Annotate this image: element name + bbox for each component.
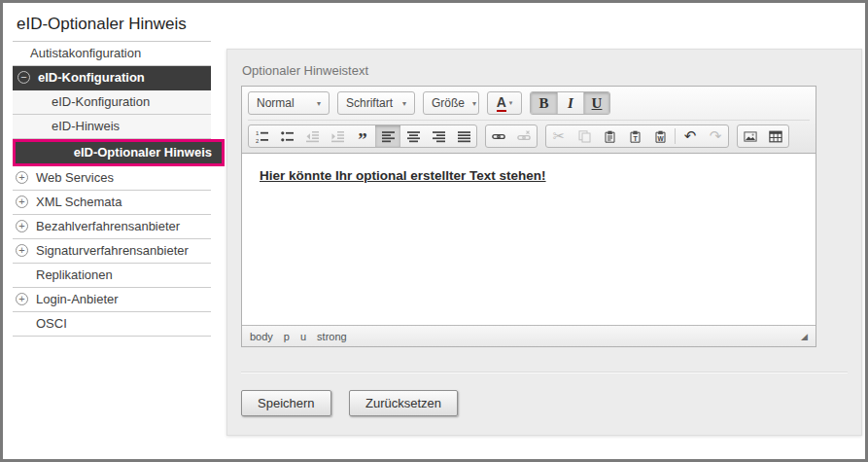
sidebar-item-label: eID-Konfiguration — [38, 70, 145, 85]
paste-button[interactable] — [597, 125, 622, 147]
chevron-down-icon: ▾ — [402, 99, 406, 108]
paragraph-group: 12 ” — [248, 124, 477, 148]
sidebar-item-eid-optionaler-hinweis-selected[interactable]: eID-Optionaler Hinweis — [13, 139, 225, 166]
insert-image-button[interactable] — [738, 125, 763, 147]
sidebar-item-label: eID-Optionaler Hinweis — [74, 145, 212, 160]
svg-text:W: W — [657, 134, 664, 141]
link-group — [485, 124, 538, 148]
collapse-minus-icon[interactable]: − — [17, 71, 30, 84]
sidebar-item-replikationen[interactable]: Replikationen — [13, 264, 211, 288]
align-right-button[interactable] — [426, 125, 451, 147]
svg-text:1: 1 — [256, 130, 260, 136]
sidebar-item-eid-konfiguration[interactable]: eID-Konfiguration — [13, 90, 211, 115]
redo-button: ↷ — [703, 125, 728, 147]
undo-button[interactable]: ↶ — [677, 125, 703, 147]
insert-link-button[interactable] — [486, 125, 511, 147]
paste-from-word-button[interactable]: W — [647, 125, 673, 147]
underline-button[interactable]: U — [583, 92, 609, 114]
decrease-indent-button — [299, 125, 325, 147]
blockquote-button[interactable]: ” — [350, 125, 375, 147]
chevron-down-icon: ▾ — [509, 99, 513, 107]
elements-path-body[interactable]: body — [250, 331, 273, 342]
align-justify-button[interactable] — [451, 125, 476, 147]
expand-plus-icon[interactable]: + — [16, 171, 28, 184]
increase-indent-button — [325, 125, 350, 147]
text-color-icon: A — [497, 95, 506, 112]
expand-plus-icon[interactable]: + — [16, 220, 28, 232]
paste-as-text-button[interactable]: T — [622, 125, 647, 147]
paragraph-format-value: Normal — [257, 96, 295, 110]
chevron-down-icon: ▾ — [317, 99, 321, 108]
font-family-value: Schriftart — [346, 96, 393, 110]
font-size-dropdown[interactable]: Größe ▾ — [423, 91, 479, 115]
expand-plus-icon[interactable]: + — [16, 195, 28, 208]
elements-path-strong[interactable]: strong — [317, 331, 347, 342]
svg-text:2: 2 — [256, 137, 260, 143]
paragraph-format-dropdown[interactable]: Normal ▾ — [248, 91, 330, 115]
reset-button[interactable]: Zurücksetzen — [349, 390, 458, 416]
elements-path-u[interactable]: u — [300, 331, 306, 342]
font-size-value: Größe — [432, 96, 465, 110]
sidebar-item-login-anbieter[interactable]: + Login-Anbieter — [13, 288, 211, 312]
text-color-button[interactable]: A ▾ — [488, 92, 521, 114]
italic-button[interactable]: I — [557, 92, 583, 114]
sidebar-item-label: Autistakonfiguration — [30, 46, 141, 60]
sidebar-item-xml-schemata[interactable]: + XML Schemata — [13, 191, 211, 215]
cut-button: ✂ — [546, 125, 572, 147]
elements-path-p[interactable]: p — [284, 331, 290, 342]
numbered-list-button[interactable]: 12 — [249, 125, 274, 147]
chevron-down-icon: ▾ — [472, 99, 476, 108]
expand-plus-icon[interactable]: + — [16, 244, 28, 257]
clipboard-group: ✂ T W — [545, 124, 729, 148]
editor-content-area[interactable]: Hier könnte Ihr optional erstellter Text… — [242, 154, 816, 325]
remove-link-button — [511, 125, 537, 147]
richtext-editor: Normal ▾ Schriftart ▾ Größe ▾ — [241, 86, 816, 347]
editor-toolbar: Normal ▾ Schriftart ▾ Größe ▾ — [242, 87, 816, 154]
sidebar-item-label: eID-Hinweis — [52, 119, 120, 133]
toolbar-separator — [675, 128, 676, 144]
page-title: eID-Optionaler Hinweis — [13, 9, 211, 42]
sidebar-item-signaturverfahrensanbieter[interactable]: + Signaturverfahrensanbieter — [13, 239, 211, 264]
sidebar-item-autistakonfiguration[interactable]: Autistakonfiguration — [13, 42, 211, 66]
insert-group — [737, 124, 789, 148]
bulleted-list-button[interactable] — [274, 125, 299, 147]
sidebar-item-label: Bezahlverfahrensanbieter — [36, 219, 180, 233]
sidebar-item-bezahlverfahrensanbieter[interactable]: + Bezahlverfahrensanbieter — [13, 215, 211, 239]
basic-styles-group: B I U — [530, 91, 610, 115]
editor-elements-path-bar: body p u strong ◢ — [242, 325, 816, 346]
text-color-group: A ▾ — [487, 91, 522, 115]
svg-text:T: T — [633, 134, 638, 141]
sidebar-item-label: Web Services — [36, 170, 114, 185]
bold-button[interactable]: B — [531, 92, 557, 114]
copy-button — [572, 125, 597, 147]
save-button[interactable]: Speichern — [241, 390, 331, 416]
hint-text-form: Optionaler Hinweistext Normal ▾ Schrifta… — [227, 50, 861, 373]
field-label: Optionaler Hinweistext — [242, 63, 848, 78]
sidebar-navigation: eID-Optionaler Hinweis Autistakonfigurat… — [13, 9, 211, 337]
sidebar-item-label: Replikationen — [36, 267, 113, 282]
toolbar-row-2: 12 ” — [248, 124, 810, 153]
sidebar-item-label: XML Schemata — [36, 195, 122, 209]
sidebar-item-label: OSCI — [36, 316, 67, 331]
sidebar-item-label: Login-Anbieter — [36, 292, 119, 306]
form-actions: Speichern Zurücksetzen — [227, 373, 861, 433]
editor-text: Hier könnte Ihr optional erstellter Text… — [260, 168, 798, 183]
expand-plus-icon[interactable]: + — [16, 293, 28, 305]
app-window: eID-Optionaler Hinweis Autistakonfigurat… — [0, 0, 868, 462]
sidebar-item-eid-hinweis[interactable]: eID-Hinweis — [13, 115, 211, 139]
sidebar-item-osci[interactable]: OSCI — [13, 312, 211, 337]
insert-table-button[interactable] — [763, 125, 788, 147]
align-left-button[interactable] — [375, 125, 400, 147]
toolbar-row-1: Normal ▾ Schriftart ▾ Größe ▾ — [248, 91, 810, 121]
sidebar-item-eid-konfiguration-parent[interactable]: − eID-Konfiguration — [13, 66, 211, 90]
sidebar-item-label: eID-Konfiguration — [52, 94, 150, 109]
align-center-button[interactable] — [400, 125, 426, 147]
editor-resize-handle-icon[interactable]: ◢ — [801, 332, 808, 341]
content-panel: Optionaler Hinweistext Normal ▾ Schrifta… — [226, 49, 862, 436]
sidebar-item-web-services[interactable]: + Web Services — [13, 166, 211, 191]
sidebar-item-label: Signaturverfahrensanbieter — [36, 243, 189, 258]
font-family-dropdown[interactable]: Schriftart ▾ — [337, 91, 415, 115]
